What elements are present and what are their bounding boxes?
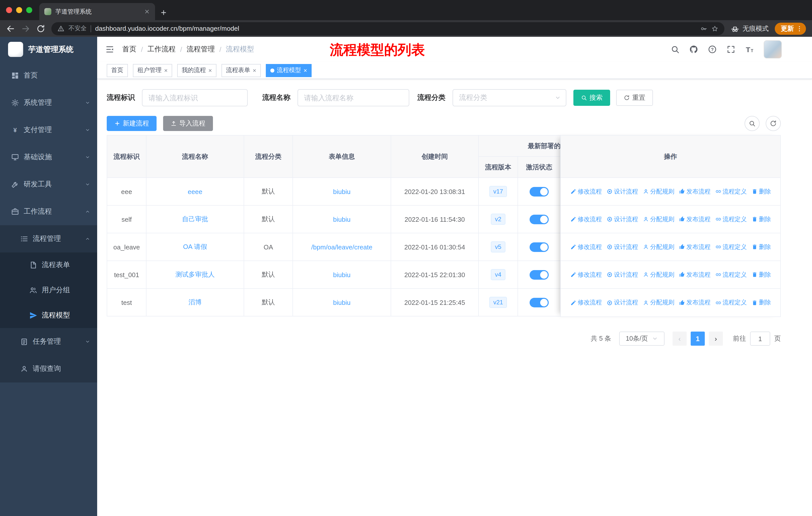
reload-icon[interactable]	[36, 24, 45, 33]
sidebar-item-system[interactable]: 系统管理	[0, 89, 97, 116]
op-design-process[interactable]: 设计流程	[606, 270, 638, 279]
search-icon[interactable]	[671, 45, 679, 54]
goto-page-input[interactable]	[750, 332, 770, 346]
active-toggle[interactable]	[529, 298, 549, 307]
op-process-definition[interactable]: 流程定义	[715, 215, 747, 223]
op-assign-rule[interactable]: 分配规则	[643, 298, 674, 307]
tag-close-icon[interactable]: ×	[253, 67, 256, 73]
model-name-link[interactable]: OA 请假	[183, 243, 207, 250]
op-edit-process[interactable]: 修改流程	[570, 270, 602, 279]
op-edit-process[interactable]: 修改流程	[570, 215, 602, 223]
browser-tab[interactable]: 芋道管理系统	[39, 3, 155, 20]
sidebar-item-process-model[interactable]: 流程模型	[0, 303, 97, 328]
sidebar-item-process-management[interactable]: 流程管理	[0, 225, 97, 252]
address-bar[interactable]: 不安全 dashboard.yudao.iocoder.cn/bpm/manag…	[51, 22, 724, 35]
op-assign-rule[interactable]: 分配规则	[643, 270, 674, 279]
op-delete[interactable]: 删除	[751, 215, 771, 223]
op-publish-process[interactable]: 发布流程	[679, 215, 710, 223]
sidebar-item-user-group[interactable]: 用户分组	[0, 278, 97, 303]
tab-close-icon[interactable]	[144, 8, 150, 15]
tag-process-model[interactable]: 流程模型×	[266, 64, 312, 77]
op-delete[interactable]: 删除	[751, 187, 771, 196]
version-tag[interactable]: v4	[491, 269, 505, 280]
version-tag[interactable]: v17	[489, 186, 507, 197]
browser-update-button[interactable]: 更新	[775, 22, 806, 34]
user-avatar[interactable]	[764, 40, 782, 58]
form-info-link[interactable]: biubiu	[333, 299, 350, 306]
model-name-link[interactable]: eeee	[188, 188, 202, 195]
sidebar-item-home[interactable]: 首页	[0, 62, 97, 89]
browser-menu-icon[interactable]	[796, 25, 803, 32]
window-close-button[interactable]	[6, 7, 12, 13]
forward-icon[interactable]	[21, 24, 30, 33]
active-toggle[interactable]	[529, 242, 549, 252]
import-process-button[interactable]: 导入流程	[163, 116, 213, 131]
op-process-definition[interactable]: 流程定义	[715, 298, 747, 307]
version-tag[interactable]: v21	[489, 297, 507, 308]
fullscreen-icon[interactable]	[726, 45, 735, 54]
help-icon[interactable]	[708, 45, 717, 54]
sidebar-collapse-icon[interactable]	[105, 45, 114, 54]
tag-process-form[interactable]: 流程表单×	[222, 64, 261, 77]
model-name-link[interactable]: 测试多审批人	[175, 271, 215, 278]
tag-home[interactable]: 首页	[107, 64, 128, 77]
sidebar-item-leave-query[interactable]: 请假查询	[0, 355, 97, 382]
model-name-input[interactable]	[297, 89, 409, 106]
op-process-definition[interactable]: 流程定义	[715, 243, 747, 251]
op-assign-rule[interactable]: 分配规则	[643, 215, 674, 223]
tag-tenant[interactable]: 租户管理×	[133, 64, 172, 77]
active-toggle[interactable]	[529, 214, 549, 224]
search-button[interactable]: 搜索	[573, 90, 610, 106]
op-publish-process[interactable]: 发布流程	[679, 243, 710, 251]
active-toggle[interactable]	[529, 187, 549, 196]
op-process-definition[interactable]: 流程定义	[715, 270, 747, 279]
prev-page-button[interactable]: ‹	[672, 332, 687, 346]
sidebar-item-infrastructure[interactable]: 基础设施	[0, 144, 97, 171]
version-tag[interactable]: v5	[491, 241, 505, 252]
back-icon[interactable]	[6, 24, 15, 33]
version-tag[interactable]: v2	[491, 214, 505, 225]
tag-close-icon[interactable]: ×	[208, 67, 212, 73]
op-edit-process[interactable]: 修改流程	[570, 187, 602, 196]
form-info-link[interactable]: /bpm/oa/leave/create	[311, 243, 373, 251]
refresh-table-button[interactable]	[766, 116, 781, 131]
op-delete[interactable]: 删除	[751, 298, 771, 307]
op-publish-process[interactable]: 发布流程	[679, 270, 710, 279]
op-assign-rule[interactable]: 分配规则	[643, 243, 674, 251]
reset-button[interactable]: 重置	[616, 90, 653, 106]
key-icon[interactable]	[700, 25, 707, 32]
op-edit-process[interactable]: 修改流程	[570, 243, 602, 251]
page-size-select[interactable]: 10条/页	[619, 332, 665, 346]
tag-my-process[interactable]: 我的流程×	[177, 64, 216, 77]
op-publish-process[interactable]: 发布流程	[679, 187, 710, 196]
font-size-icon[interactable]	[745, 45, 754, 54]
op-process-definition[interactable]: 流程定义	[715, 187, 747, 196]
breadcrumb-item[interactable]: 首页	[122, 45, 137, 54]
op-delete[interactable]: 删除	[751, 243, 771, 251]
op-design-process[interactable]: 设计流程	[606, 243, 638, 251]
op-assign-rule[interactable]: 分配规则	[643, 187, 674, 196]
op-design-process[interactable]: 设计流程	[606, 298, 638, 307]
breadcrumb-item[interactable]: 流程管理	[187, 45, 215, 54]
tag-close-icon[interactable]: ×	[303, 67, 307, 73]
page-number-button[interactable]: 1	[691, 332, 705, 346]
op-design-process[interactable]: 设计流程	[606, 215, 638, 223]
model-id-input[interactable]	[142, 89, 248, 106]
form-info-link[interactable]: biubiu	[333, 188, 350, 195]
sidebar-item-task-management[interactable]: 任务管理	[0, 328, 97, 355]
create-process-button[interactable]: 新建流程	[107, 116, 156, 131]
form-info-link[interactable]: biubiu	[333, 215, 350, 223]
op-publish-process[interactable]: 发布流程	[679, 298, 710, 307]
active-toggle[interactable]	[529, 270, 549, 279]
window-zoom-button[interactable]	[26, 7, 32, 13]
github-icon[interactable]	[689, 45, 698, 54]
hide-search-button[interactable]	[745, 116, 760, 131]
breadcrumb-item[interactable]: 工作流程	[147, 45, 176, 54]
category-select[interactable]: 流程分类	[453, 89, 566, 106]
sidebar-item-process-form[interactable]: 流程表单	[0, 252, 97, 278]
sidebar-item-dev-tools[interactable]: 研发工具	[0, 171, 97, 198]
bookmark-star-icon[interactable]	[711, 25, 718, 32]
next-page-button[interactable]: ›	[709, 332, 723, 346]
op-edit-process[interactable]: 修改流程	[570, 298, 602, 307]
form-info-link[interactable]: biubiu	[333, 271, 350, 278]
